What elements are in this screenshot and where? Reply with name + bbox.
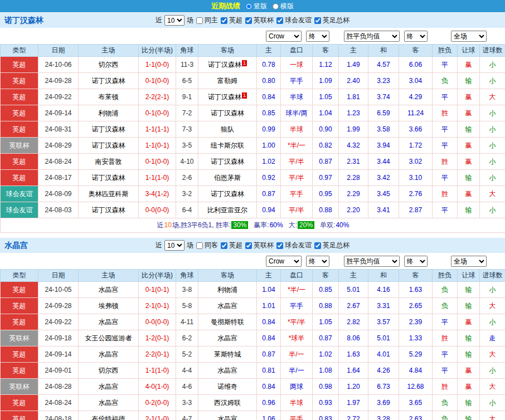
fa-cup-checkbox[interactable] (314, 17, 321, 24)
home-team-link[interactable]: 诺丁汉森林 (92, 174, 125, 182)
cell-goals: 大 (480, 411, 505, 420)
odds-source-select[interactable]: Crow (266, 256, 302, 267)
away-team-link[interactable]: 水晶宫 (217, 367, 237, 374)
away-team-link[interactable]: 诺维奇 (217, 383, 237, 390)
league-cup-checkbox[interactable] (245, 242, 252, 249)
score-link[interactable]: 1-1(1-1) (145, 125, 169, 133)
home-team-link[interactable]: 水晶宫 (99, 383, 119, 390)
column-header: 客 (313, 45, 339, 57)
layout-horizontal-option[interactable]: 横版 (273, 2, 294, 11)
layout-vertical-radio[interactable] (246, 3, 252, 9)
away-team-link[interactable]: 富勒姆 (217, 77, 237, 85)
odds-source-select[interactable]: Crow (266, 31, 302, 42)
away-team-link[interactable]: 诺丁汉森林 (211, 109, 244, 117)
home-team-link[interactable]: 水晶宫 (99, 399, 119, 407)
home-team-link[interactable]: 水晶宫 (99, 286, 119, 294)
away-team-link[interactable]: 诺丁汉森林 (211, 190, 244, 198)
away-team-link[interactable]: 狼队 (221, 125, 234, 133)
away-team-link[interactable]: 诺丁汉森林 (211, 158, 244, 165)
home-team-link[interactable]: 利物浦 (99, 109, 119, 117)
home-team-link[interactable]: 诺丁汉森林 (92, 206, 125, 214)
away-team-link[interactable]: 曼彻斯特联 (211, 318, 244, 326)
avg-final-select[interactable]: 终 (404, 256, 428, 267)
score-link[interactable]: 4-0(1-0) (145, 383, 169, 390)
league-option-fa-cup[interactable]: 英足总杯 (314, 16, 349, 25)
league-cup-checkbox[interactable] (245, 17, 252, 24)
away-team-link[interactable]: 诺丁汉森林 (208, 61, 241, 69)
layout-horizontal-radio[interactable] (273, 3, 279, 9)
score-link[interactable]: 2-1(1-0) (145, 415, 169, 420)
odds-final-select[interactable]: 终 (306, 31, 329, 42)
league-option-league-cup[interactable]: 英联杯 (245, 16, 274, 25)
cell-corners: 4-6 (176, 379, 198, 395)
team-name-link[interactable]: 诺丁汉森林 (4, 16, 43, 26)
score-link[interactable]: 1-1(1-0) (145, 367, 169, 374)
away-team-link[interactable]: 利物浦 (217, 286, 237, 294)
home-team-link[interactable]: 诺丁汉森林 (92, 141, 125, 149)
home-team-link[interactable]: 奥林匹亚科斯 (89, 190, 129, 198)
home-team-link[interactable]: 诺丁汉森林 (92, 125, 125, 133)
score-link[interactable]: 0-0(0-0) (145, 318, 169, 326)
scope-select[interactable]: 全场 (451, 256, 487, 267)
away-team-link[interactable]: 水晶宫 (217, 415, 237, 420)
same-venue-checkbox[interactable] (196, 17, 203, 24)
away-team-link[interactable]: 西汉姆联 (214, 399, 241, 407)
league-option-epl[interactable]: 英超 (220, 241, 242, 250)
score-link[interactable]: 1-2(0-1) (145, 334, 169, 342)
score-link[interactable]: 0-1(0-0) (145, 158, 169, 165)
home-team-link[interactable]: 水晶宫 (99, 350, 119, 358)
recent-count-select[interactable]: 10 (164, 15, 184, 26)
scope-select[interactable]: 全场 (451, 31, 487, 42)
away-team-link[interactable]: 莱斯特城 (214, 350, 241, 358)
score-link[interactable]: 0-1(0-1) (145, 286, 169, 294)
same-venue-checkbox[interactable] (196, 242, 203, 249)
epl-checkbox[interactable] (221, 242, 227, 249)
score-link[interactable]: 3-4(1-2) (145, 190, 169, 198)
home-team-link[interactable]: 水晶宫 (99, 318, 119, 326)
away-team-link[interactable]: 水晶宫 (217, 334, 237, 342)
home-team-link[interactable]: 南安普敦 (95, 158, 122, 165)
fa-cup-checkbox[interactable] (314, 242, 321, 249)
score-link[interactable]: 2-2(2-1) (145, 93, 169, 101)
score-link[interactable]: 1-1(0-1) (145, 141, 169, 149)
score-link[interactable]: 0-1(0-0) (145, 109, 169, 117)
home-team-link[interactable]: 布莱顿 (99, 93, 119, 101)
league-option-epl[interactable]: 英超 (220, 16, 242, 25)
home-team-link[interactable]: 女王公园巡游者 (85, 334, 132, 342)
score-link[interactable]: 0-0(0-0) (145, 206, 169, 214)
home-team-link[interactable]: 布伦特福德 (92, 415, 125, 420)
odds-final-select[interactable]: 终 (306, 256, 329, 267)
score-link[interactable]: 2-1(0-1) (145, 302, 169, 310)
home-team-link[interactable]: 埃弗顿 (99, 302, 119, 310)
away-team-link[interactable]: 伯恩茅斯 (214, 174, 241, 182)
avg-final-select[interactable]: 终 (404, 31, 428, 42)
score-link[interactable]: 1-1(0-0) (145, 61, 169, 69)
layout-vertical-option[interactable]: 竖版 (246, 2, 267, 11)
friendly-checkbox[interactable] (276, 17, 283, 24)
league-option-fa-cup[interactable]: 英足总杯 (314, 241, 349, 250)
home-team-link[interactable]: 诺丁汉森林 (92, 77, 125, 85)
away-team-link[interactable]: 水晶宫 (217, 302, 237, 310)
away-team-link[interactable]: 比利亚雷亚尔 (207, 206, 247, 214)
team-name-link[interactable]: 水晶宫 (4, 241, 28, 251)
same-venue-option[interactable]: 同客 (196, 241, 218, 250)
cell-date: 24-08-28 (38, 379, 79, 395)
friendly-checkbox[interactable] (276, 242, 283, 249)
score-link[interactable]: 0-1(0-0) (145, 77, 169, 85)
league-option-league-cup[interactable]: 英联杯 (245, 241, 274, 250)
recent-count-select[interactable]: 10 (164, 240, 184, 251)
score-link[interactable]: 2-2(0-1) (145, 350, 169, 358)
home-team-link[interactable]: 切尔西 (99, 61, 119, 69)
league-option-friendly[interactable]: 球会友谊 (276, 241, 312, 250)
avg-odds-select[interactable]: 胜平负均值 (344, 256, 400, 267)
league-option-friendly[interactable]: 球会友谊 (276, 16, 312, 25)
away-team-link[interactable]: 诺丁汉森林 (208, 93, 241, 101)
away-team-link[interactable]: 纽卡斯尔联 (211, 141, 244, 149)
score-link[interactable]: 0-2(0-0) (145, 399, 169, 407)
same-venue-option[interactable]: 同主 (196, 16, 218, 25)
cell-score: 0-1(0-0) (139, 154, 176, 170)
epl-checkbox[interactable] (221, 17, 227, 24)
score-link[interactable]: 1-1(1-0) (145, 174, 169, 182)
home-team-link[interactable]: 切尔西 (99, 367, 119, 374)
avg-odds-select[interactable]: 胜平负均值 (344, 31, 400, 42)
